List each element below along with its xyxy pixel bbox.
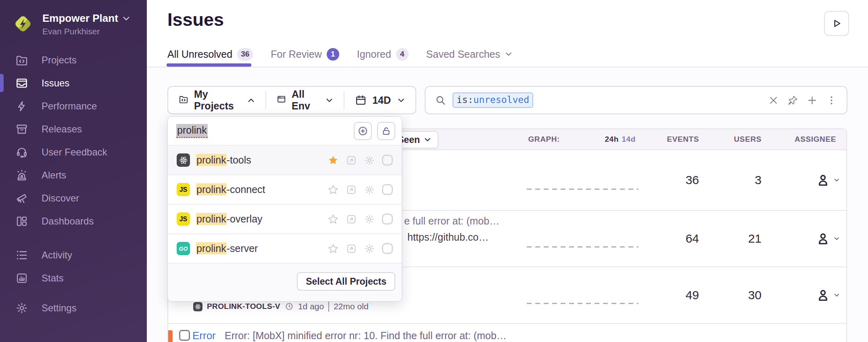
assignee-dropdown[interactable] bbox=[816, 173, 840, 188]
assignee-person-icon bbox=[816, 288, 830, 303]
project-option-prolink-connect[interactable]: JS prolink-connect bbox=[168, 175, 402, 205]
tab-ignored[interactable]: Ignored 4 bbox=[357, 48, 409, 61]
open-project-icon[interactable] bbox=[346, 214, 357, 225]
search-filter-token[interactable]: is: unresolved bbox=[453, 92, 533, 108]
go-platform-icon: GO bbox=[177, 242, 190, 255]
sidebar-item-label: Issues bbox=[42, 78, 69, 89]
project-settings-gear-icon[interactable] bbox=[364, 214, 375, 225]
graph-period-24h[interactable]: 24h bbox=[605, 129, 619, 149]
open-project-icon[interactable] bbox=[346, 155, 357, 166]
issue-type-link[interactable]: Error bbox=[192, 329, 216, 342]
page-title: Issues bbox=[167, 10, 224, 30]
project-name: prolink-connect bbox=[196, 184, 265, 195]
assignee-dropdown[interactable] bbox=[816, 288, 840, 303]
project-settings-gear-icon[interactable] bbox=[364, 155, 375, 166]
project-row-actions bbox=[328, 155, 393, 166]
tab-saved-searches[interactable]: Saved Searches bbox=[426, 48, 512, 60]
issue-checkbox[interactable] bbox=[179, 330, 190, 341]
lock-filter-button[interactable] bbox=[377, 122, 395, 140]
project-settings-gear-icon[interactable] bbox=[364, 243, 375, 254]
org-logo-icon bbox=[11, 12, 35, 36]
project-checkbox[interactable] bbox=[382, 155, 393, 166]
sidebar-item-alerts[interactable]: Alerts bbox=[0, 164, 147, 187]
tab-count-badge: 36 bbox=[237, 48, 253, 61]
sidebar-item-user-feedback[interactable]: User Feedback bbox=[0, 141, 147, 164]
project-checkbox[interactable] bbox=[382, 184, 393, 195]
environment-filter-button[interactable]: All Env bbox=[266, 87, 344, 113]
project-option-prolink-overlay[interactable]: JS prolink-overlay bbox=[168, 205, 402, 234]
tab-label: All Unresolved bbox=[167, 48, 232, 60]
sidebar-item-performance[interactable]: Performance bbox=[0, 94, 147, 117]
project-option-prolink-server[interactable]: GO prolink-server bbox=[168, 234, 402, 264]
column-header-assignee: ASSIGNEE bbox=[795, 129, 836, 149]
star-icon[interactable] bbox=[328, 155, 339, 166]
electron-platform-icon bbox=[177, 153, 190, 167]
column-header-graph: GRAPH: bbox=[528, 129, 560, 149]
sidebar-item-releases[interactable]: Releases bbox=[0, 117, 147, 141]
javascript-platform-icon: JS bbox=[177, 183, 190, 196]
issue-title[interactable]: Error: [MobX] minified error nr: 10. Fin… bbox=[225, 330, 507, 342]
project-option-prolink-tools[interactable]: prolink-tools bbox=[168, 146, 402, 175]
users-count: 21 bbox=[748, 232, 762, 245]
date-range-filter-button[interactable]: 14D bbox=[344, 87, 415, 113]
project-checkbox[interactable] bbox=[382, 214, 393, 225]
project-slug: PROLINK-TOOLS-V bbox=[207, 302, 280, 311]
page-header: Issues All Unresolved 36 For Review 1 Ig… bbox=[147, 0, 868, 67]
events-count: 64 bbox=[686, 232, 699, 245]
plus-circle-icon bbox=[357, 126, 368, 136]
create-saved-search-icon[interactable] bbox=[807, 95, 818, 106]
activity-icon bbox=[15, 249, 28, 262]
project-filter-button[interactable]: My Projects bbox=[168, 87, 265, 113]
issue-title-fragment: e full error at: (mob… bbox=[404, 215, 499, 227]
tab-for-review[interactable]: For Review 1 bbox=[271, 48, 339, 61]
sidebar-item-stats[interactable]: Stats bbox=[0, 266, 147, 290]
search-menu-icon[interactable] bbox=[826, 95, 837, 106]
project-settings-gear-icon[interactable] bbox=[364, 184, 375, 195]
select-all-projects-button[interactable]: Select All Projects bbox=[297, 272, 395, 291]
dropdown-footer: Select All Projects bbox=[168, 264, 402, 301]
projects-icon bbox=[15, 54, 28, 67]
tab-all-unresolved[interactable]: All Unresolved 36 bbox=[167, 48, 253, 61]
sidebar-item-activity[interactable]: Activity bbox=[0, 243, 147, 266]
issue-search-bar[interactable]: is: unresolved bbox=[425, 86, 847, 114]
assignee-person-icon bbox=[816, 173, 830, 188]
project-checkbox[interactable] bbox=[382, 243, 393, 254]
clear-search-icon[interactable] bbox=[768, 95, 779, 106]
star-icon[interactable] bbox=[328, 243, 339, 254]
graph-period-14d[interactable]: 14d bbox=[622, 129, 636, 149]
page-filter-bar: My Projects All Env 14D bbox=[167, 86, 416, 114]
tab-label: For Review bbox=[271, 48, 321, 60]
events-count: 36 bbox=[686, 173, 699, 187]
project-name: prolink-tools bbox=[196, 154, 251, 166]
sidebar-item-issues[interactable]: Issues bbox=[0, 71, 147, 94]
chevron-down-icon bbox=[424, 136, 431, 143]
star-icon[interactable] bbox=[328, 214, 339, 225]
sidebar-item-label: Performance bbox=[42, 101, 97, 112]
org-header[interactable]: Empower Plant Evan Purkhiser bbox=[11, 12, 130, 36]
active-indicator bbox=[0, 74, 4, 92]
open-project-icon[interactable] bbox=[346, 184, 357, 195]
project-search-input[interactable]: prolink bbox=[176, 124, 208, 138]
tab-count-badge: 4 bbox=[396, 48, 409, 61]
sidebar-item-dashboards[interactable]: Dashboards bbox=[0, 210, 147, 233]
environment-filter-label: All Env bbox=[292, 88, 319, 112]
project-row-actions bbox=[328, 243, 393, 254]
issues-tabs: All Unresolved 36 For Review 1 Ignored 4… bbox=[167, 46, 512, 62]
project-name: prolink-overlay bbox=[196, 213, 263, 225]
assignee-dropdown[interactable] bbox=[816, 231, 840, 246]
chevron-down-icon bbox=[834, 236, 840, 242]
name-rest: -connect bbox=[227, 184, 265, 195]
replay-play-button[interactable] bbox=[824, 11, 849, 36]
add-project-button[interactable] bbox=[354, 122, 372, 140]
chevron-down-icon bbox=[326, 97, 333, 104]
project-name: prolink-server bbox=[196, 243, 258, 254]
tab-label: Ignored bbox=[357, 48, 391, 60]
sidebar-item-settings[interactable]: Settings bbox=[0, 296, 147, 319]
sidebar-item-projects[interactable]: Projects bbox=[0, 48, 147, 71]
pin-search-icon[interactable] bbox=[787, 95, 798, 106]
chevron-down-icon bbox=[397, 97, 405, 104]
issue-row[interactable]: Error Error: [MobX] minified error nr: 1… bbox=[168, 324, 846, 342]
star-icon[interactable] bbox=[328, 184, 339, 195]
open-project-icon[interactable] bbox=[346, 243, 357, 254]
sidebar-item-discover[interactable]: Discover bbox=[0, 187, 147, 210]
